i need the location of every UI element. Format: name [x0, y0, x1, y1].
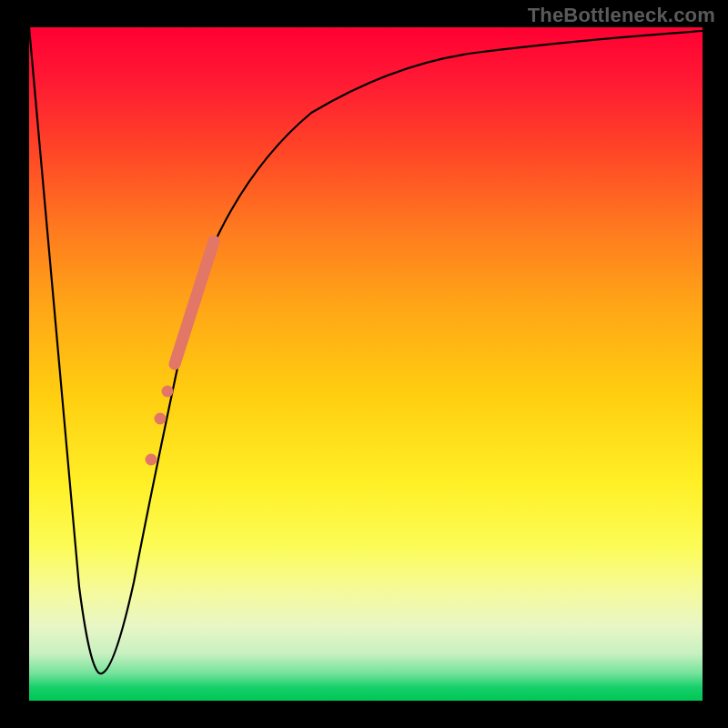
watermark-text: TheBottleneck.com — [528, 4, 715, 27]
bottleneck-curve — [29, 27, 703, 673]
plot-gradient-area — [29, 27, 703, 701]
curve-svg — [29, 27, 703, 701]
highlight-stroke — [175, 241, 214, 364]
highlight-dot-1 — [162, 386, 174, 398]
highlight-dot-3 — [146, 454, 157, 466]
highlight-dot-2 — [155, 413, 167, 425]
chart-frame: TheBottleneck.com — [0, 0, 728, 728]
